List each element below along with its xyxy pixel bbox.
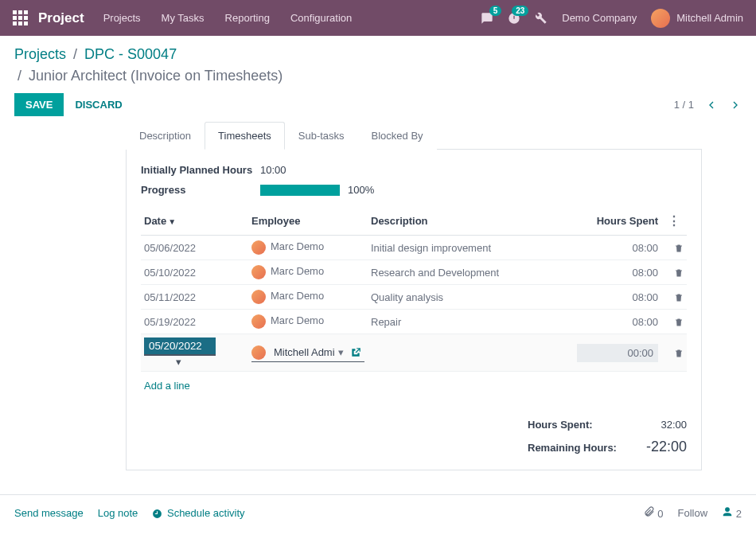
discard-button[interactable]: DISCARD bbox=[75, 99, 122, 111]
cell-hours: 08:00 bbox=[574, 285, 661, 310]
actions-row: SAVE DISCARD 1 / 1 bbox=[14, 93, 742, 116]
table-row[interactable]: 05/19/2022Marc DemoRepair08:00 bbox=[141, 310, 687, 334]
user-icon bbox=[722, 506, 733, 517]
planned-hours-value[interactable]: 10:00 bbox=[260, 164, 687, 176]
progress-bar bbox=[260, 185, 340, 196]
external-link-icon[interactable] bbox=[350, 347, 361, 358]
avatar-icon bbox=[651, 9, 670, 28]
tab-blocked-by[interactable]: Blocked By bbox=[358, 122, 437, 150]
cell-description: Repair bbox=[368, 310, 574, 334]
wrench-icon[interactable] bbox=[535, 12, 548, 25]
send-message-button[interactable]: Send message bbox=[14, 507, 84, 519]
progress-percent: 100% bbox=[348, 184, 374, 196]
date-input[interactable] bbox=[144, 337, 216, 356]
col-description[interactable]: Description bbox=[368, 207, 574, 236]
cell-date: 05/11/2022 bbox=[141, 285, 248, 310]
cell-employee: Marc Demo bbox=[248, 260, 368, 285]
cell-hours: 08:00 bbox=[574, 260, 661, 285]
messages-badge: 5 bbox=[489, 6, 502, 16]
follow-button[interactable]: Follow bbox=[678, 507, 708, 519]
description-input[interactable] bbox=[371, 347, 571, 359]
form-sheet: Description Timesheets Sub-tasks Blocked… bbox=[40, 121, 716, 470]
table-row[interactable]: 05/10/2022Marc DemoResearch and Developm… bbox=[141, 260, 687, 285]
add-line-button[interactable]: Add a line bbox=[141, 372, 687, 400]
schedule-activity-button[interactable]: Schedule activity bbox=[152, 507, 244, 519]
chevron-down-icon[interactable]: ▾ bbox=[176, 356, 181, 368]
remaining-hours-value: -22:00 bbox=[646, 439, 687, 455]
col-hours[interactable]: Hours Spent bbox=[574, 207, 661, 236]
employee-input[interactable]: Mitchell Admi bbox=[274, 346, 335, 358]
trash-icon[interactable] bbox=[674, 318, 684, 327]
company-name[interactable]: Demo Company bbox=[562, 12, 637, 24]
cell-date: 05/06/2022 bbox=[141, 236, 248, 260]
breadcrumb-mid[interactable]: DPC - S00047 bbox=[84, 46, 177, 62]
total-hours-value: 32:00 bbox=[661, 419, 687, 431]
paperclip-icon bbox=[644, 506, 655, 517]
avatar-icon bbox=[251, 314, 266, 329]
trash-icon[interactable] bbox=[674, 293, 684, 302]
tab-panel-timesheets: Initially Planned Hours 10:00 Progress 1… bbox=[126, 150, 702, 470]
save-button[interactable]: SAVE bbox=[14, 93, 64, 116]
col-date[interactable]: Date▼ bbox=[141, 207, 248, 236]
table-row-editing[interactable]: ▾Mitchell Admi▾00:00 bbox=[141, 334, 687, 372]
activities-icon[interactable]: 23 bbox=[508, 12, 520, 25]
pager-next-icon[interactable] bbox=[729, 99, 742, 111]
hours-input[interactable]: 00:00 bbox=[577, 344, 658, 362]
chevron-down-icon[interactable]: ▾ bbox=[338, 346, 344, 358]
table-row[interactable]: 05/11/2022Marc DemoQuality analysis08:00 bbox=[141, 285, 687, 310]
user-name: Mitchell Admin bbox=[676, 12, 743, 24]
totals-block: Hours Spent: 32:00 Remaining Hours: -22:… bbox=[141, 419, 687, 455]
avatar-icon bbox=[251, 345, 266, 360]
tab-description[interactable]: Description bbox=[126, 122, 205, 150]
nav-projects[interactable]: Projects bbox=[103, 12, 141, 24]
cell-description: Quality analysis bbox=[368, 285, 574, 310]
tab-timesheets[interactable]: Timesheets bbox=[205, 122, 285, 150]
trash-icon[interactable] bbox=[674, 244, 684, 253]
cell-employee: Marc Demo bbox=[248, 236, 368, 260]
avatar-icon bbox=[251, 240, 266, 255]
cell-date: 05/19/2022 bbox=[141, 310, 248, 334]
header: Projects / DPC - S00047 / Junior Archite… bbox=[0, 36, 756, 121]
cell-employee: Marc Demo bbox=[248, 310, 368, 334]
app-title[interactable]: Project bbox=[38, 10, 84, 26]
top-navbar: Project Projects My Tasks Reporting Conf… bbox=[0, 0, 756, 36]
cell-employee: Marc Demo bbox=[248, 285, 368, 310]
nav-links: Projects My Tasks Reporting Configuratio… bbox=[103, 12, 481, 24]
col-employee[interactable]: Employee bbox=[248, 207, 368, 236]
apps-icon[interactable] bbox=[13, 10, 29, 26]
nav-right: 5 23 Demo Company Mitchell Admin bbox=[481, 9, 743, 28]
table-row[interactable]: 05/06/2022Marc DemoInitial design improv… bbox=[141, 236, 687, 260]
pager: 1 / 1 bbox=[674, 99, 742, 111]
user-menu[interactable]: Mitchell Admin bbox=[651, 9, 743, 28]
nav-reporting[interactable]: Reporting bbox=[225, 12, 270, 24]
trash-icon[interactable] bbox=[674, 268, 684, 278]
followers[interactable]: 2 bbox=[722, 506, 742, 520]
avatar-icon bbox=[251, 290, 266, 304]
cell-date: 05/10/2022 bbox=[141, 260, 248, 285]
activities-badge: 23 bbox=[512, 6, 528, 16]
sort-caret-icon: ▼ bbox=[168, 217, 176, 226]
clock-icon bbox=[152, 509, 162, 519]
tabs: Description Timesheets Sub-tasks Blocked… bbox=[126, 121, 702, 150]
log-note-button[interactable]: Log note bbox=[98, 507, 138, 519]
breadcrumb-current: Junior Architect (Invoice on Timesheets) bbox=[29, 68, 283, 84]
nav-configuration[interactable]: Configuration bbox=[290, 12, 352, 24]
cell-hours: 08:00 bbox=[574, 310, 661, 334]
messages-icon[interactable]: 5 bbox=[481, 12, 493, 25]
avatar-icon bbox=[251, 265, 266, 279]
tab-subtasks[interactable]: Sub-tasks bbox=[285, 122, 358, 150]
pager-prev-icon[interactable] bbox=[705, 99, 718, 111]
remaining-hours-label: Remaining Hours: bbox=[528, 442, 617, 454]
nav-my-tasks[interactable]: My Tasks bbox=[162, 12, 205, 24]
timesheet-table: Date▼ Employee Description Hours Spent ⋮… bbox=[141, 207, 687, 372]
cell-description: Research and Development bbox=[368, 260, 574, 285]
attachments[interactable]: 0 bbox=[644, 506, 664, 520]
planned-hours-label: Initially Planned Hours bbox=[141, 164, 260, 176]
kebab-icon[interactable]: ⋮ bbox=[664, 214, 684, 228]
cell-hours: 08:00 bbox=[574, 236, 661, 260]
breadcrumb: Projects / DPC - S00047 / Junior Archite… bbox=[14, 44, 742, 87]
trash-icon[interactable] bbox=[674, 349, 684, 358]
breadcrumb-root[interactable]: Projects bbox=[14, 46, 66, 62]
cell-description: Initial design improvement bbox=[368, 236, 574, 260]
chatter: Send message Log note Schedule activity … bbox=[0, 494, 756, 531]
